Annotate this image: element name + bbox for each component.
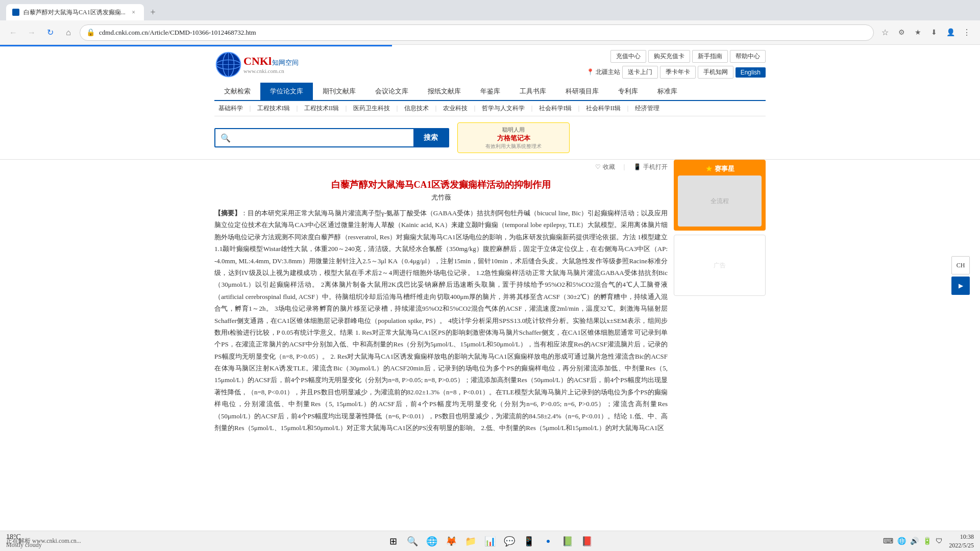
new-tab-button[interactable]: + bbox=[146, 5, 160, 19]
tab-newspaper[interactable]: 报纸文献库 bbox=[418, 83, 471, 100]
taskbar-search[interactable]: 🔍 bbox=[404, 533, 421, 549]
taskbar-pdf[interactable]: 📕 bbox=[579, 533, 595, 549]
sidebar-ad-event[interactable]: ★ 赛事星 全流程 bbox=[674, 160, 766, 231]
tab-title: 白藜芦醇对大鼠海马CA1区诱发癫痫... bbox=[23, 8, 126, 17]
abstract-content: ：目的本研究采用正常大鼠海马脑片灌流离子型γ-氨基丁酸受体（GABAA受体）拮抗… bbox=[214, 209, 668, 432]
sidebar-ad-image: 全流程 bbox=[678, 176, 762, 227]
category-navigation: 基础科学 ｜ 工程技术I辑 ｜ 工程技术II辑 ｜ 医药卫生科技 ｜ 信息技术 … bbox=[214, 101, 766, 116]
article-author: 尤竹薇 bbox=[214, 193, 668, 207]
tab-standard[interactable]: 标准库 bbox=[648, 83, 687, 100]
search-button[interactable]: 搜索 bbox=[413, 128, 448, 147]
cat-economics[interactable]: 经济管理 bbox=[631, 104, 664, 113]
article-title: 白藜芦醇对大鼠海马CA1区诱发癫痫样活动的抑制作用 bbox=[214, 174, 668, 193]
mobile-label: 手机打开 bbox=[643, 163, 668, 171]
temperature: 18°C bbox=[6, 533, 42, 541]
weather-label: Mostly cloudy bbox=[6, 541, 42, 549]
help-button[interactable]: 帮助中心 bbox=[730, 50, 766, 63]
cnki-logo-red: CNKl bbox=[243, 55, 272, 68]
mobile-button[interactable]: 手机知网 bbox=[698, 66, 733, 79]
sound-tray-icon[interactable]: 🔊 bbox=[910, 537, 919, 545]
article-toolbar: ♡ 收藏 ｜ 📱 手机打开 bbox=[214, 160, 668, 174]
recharge-button[interactable]: 充值中心 bbox=[610, 50, 646, 63]
ad-banner: 聪明人用 方格笔记本 有效利用大脑系统整理术 bbox=[457, 122, 570, 153]
search-input[interactable] bbox=[236, 134, 413, 142]
tab-patent[interactable]: 专利库 bbox=[608, 83, 648, 100]
taskbar-excel[interactable]: 📗 bbox=[559, 533, 576, 549]
tab-tools[interactable]: 工具书库 bbox=[510, 83, 556, 100]
cat-social-2[interactable]: 社会科学II辑 bbox=[582, 104, 625, 113]
download-button[interactable]: ⬇ bbox=[927, 26, 941, 40]
header-top-buttons: 充值中心 购买充值卡 新手指南 帮助中心 bbox=[610, 50, 766, 63]
cnki-logo-space: 知网空间 bbox=[272, 58, 299, 67]
taskbar-office[interactable]: 📊 bbox=[482, 533, 498, 549]
settings-button[interactable]: ⋮ bbox=[960, 26, 974, 40]
abstract-label: 【摘要】 bbox=[214, 209, 241, 217]
search-box[interactable]: 🔍 搜索 bbox=[214, 128, 449, 147]
guide-button[interactable]: 新手指南 bbox=[692, 50, 728, 63]
english-button[interactable]: English bbox=[736, 67, 766, 78]
taskbar-edge[interactable]: 🌐 bbox=[424, 533, 440, 549]
globe-icon bbox=[214, 51, 242, 79]
system-tray: ⌨ 🌐 🔊 🔋 🛡 10:38 2022/5/25 bbox=[883, 533, 974, 550]
taskbar-line[interactable]: 💬 bbox=[501, 533, 518, 549]
extensions-button[interactable]: ⚙ bbox=[894, 26, 909, 40]
toolbar-sep: ｜ bbox=[621, 163, 627, 171]
clock-time: 10:38 bbox=[949, 533, 974, 541]
cat-it[interactable]: 信息技术 bbox=[400, 104, 433, 113]
article-abstract: 【摘要】：目的本研究采用正常大鼠海马脑片灌流离子型γ-氨基丁酸受体（GABAA受… bbox=[214, 207, 668, 434]
tab-literature-search[interactable]: 文献检索 bbox=[214, 83, 260, 100]
profile-button[interactable]: 👤 bbox=[943, 26, 958, 40]
collect-button[interactable]: ♡ 收藏 bbox=[595, 163, 615, 171]
tab-bar: 白藜芦醇对大鼠海马CA1区诱发癫痫... × + bbox=[0, 0, 980, 20]
tab-research[interactable]: 科研项目库 bbox=[556, 83, 608, 100]
cat-engineering-1[interactable]: 工程技术I辑 bbox=[253, 104, 294, 113]
tab-yearbook[interactable]: 年鉴库 bbox=[471, 83, 510, 100]
buy-card-button[interactable]: 购买充值卡 bbox=[648, 50, 690, 63]
active-tab[interactable]: 白藜芦醇对大鼠海马CA1区诱发癫痫... × bbox=[6, 4, 144, 20]
cat-engineering-2[interactable]: 工程技术II辑 bbox=[300, 104, 343, 113]
collect-label: 收藏 bbox=[603, 163, 615, 171]
cat-social-1[interactable]: 社会科学I辑 bbox=[535, 104, 576, 113]
home-button[interactable]: ⌂ bbox=[61, 26, 76, 40]
cat-medical[interactable]: 医药卫生科技 bbox=[349, 104, 394, 113]
bookmark-button[interactable]: ☆ bbox=[878, 26, 892, 40]
site-logo[interactable]: CNKl 知网空间 www.cnki.com.cn bbox=[214, 51, 299, 79]
mobile-icon: 📱 bbox=[633, 163, 641, 171]
forward-button[interactable]: → bbox=[24, 26, 39, 40]
battery-tray-icon[interactable]: 🔋 bbox=[923, 537, 932, 545]
tab-journal[interactable]: 期刊文献库 bbox=[313, 83, 365, 100]
tab-thesis[interactable]: 学位论文库 bbox=[260, 83, 313, 100]
article-area: ♡ 收藏 ｜ 📱 手机打开 白藜芦醇对大鼠海马CA1区诱发癫痫样活动的抑制作用 … bbox=[209, 160, 771, 434]
tab-close-button[interactable]: × bbox=[130, 8, 138, 16]
taskbar-explorer[interactable]: 📁 bbox=[462, 533, 479, 549]
article-sidebar: ★ 赛事星 全流程 广告 bbox=[674, 160, 766, 434]
windows-start-button[interactable]: ⊞ bbox=[385, 533, 401, 549]
cat-humanities[interactable]: 哲学与人文科学 bbox=[478, 104, 529, 113]
taskbar-firefox[interactable]: 🦊 bbox=[443, 533, 459, 549]
keyboard-tray-icon[interactable]: ⌨ bbox=[883, 537, 893, 545]
secure-icon: 🔒 bbox=[86, 28, 95, 37]
navigation-bar: ← → ↻ ⌂ 🔒 cdmd.cnki.com.cn/Article/CDMD-… bbox=[0, 20, 980, 45]
taskbar-arc[interactable]: ● bbox=[540, 533, 556, 549]
security-tray-icon[interactable]: 🛡 bbox=[936, 537, 943, 545]
address-text: cdmd.cnki.com.cn/Article/CDMD-10366-1012… bbox=[99, 29, 867, 37]
article-main: ♡ 收藏 ｜ 📱 手机打开 白藜芦醇对大鼠海马CA1区诱发癫痫样活动的抑制作用 … bbox=[214, 160, 668, 434]
cat-agriculture[interactable]: 农业科技 bbox=[439, 104, 472, 113]
refresh-button[interactable]: ↻ bbox=[43, 26, 57, 40]
tab-conference[interactable]: 会议论文库 bbox=[365, 83, 418, 100]
favorites-button[interactable]: ★ bbox=[911, 26, 925, 40]
location-button[interactable]: 📍 北疆主站 bbox=[586, 68, 620, 77]
cat-basic-science[interactable]: 基础科学 bbox=[214, 104, 247, 113]
address-bar[interactable]: 🔒 cdmd.cnki.com.cn/Article/CDMD-10366-10… bbox=[80, 24, 874, 41]
ch-button[interactable]: CH bbox=[951, 256, 970, 274]
send-card-button[interactable]: 送卡上门 bbox=[622, 66, 658, 79]
expand-button[interactable]: ▶ bbox=[951, 277, 970, 295]
page-content: CNKl 知网空间 www.cnki.com.cn 充值中心 购买充值卡 新手指… bbox=[0, 45, 980, 551]
network-tray-icon[interactable]: 🌐 bbox=[897, 537, 906, 545]
location-label: 北疆主站 bbox=[596, 68, 620, 77]
mobile-open-button[interactable]: 📱 手机打开 bbox=[633, 163, 668, 171]
back-button[interactable]: ← bbox=[6, 26, 20, 40]
right-floating-buttons: CH ▶ bbox=[951, 256, 970, 295]
member-button[interactable]: 季卡年卡 bbox=[660, 66, 696, 79]
taskbar-whatsapp[interactable]: 📱 bbox=[521, 533, 537, 549]
